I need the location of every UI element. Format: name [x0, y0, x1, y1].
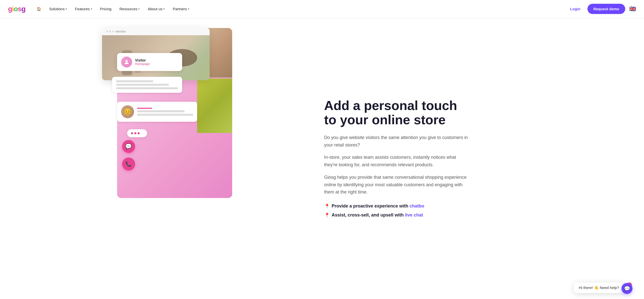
typing-dot-2	[134, 132, 136, 134]
nav-about[interactable]: About us ▾	[145, 5, 168, 13]
chat-bubble-icon[interactable]: 💬	[122, 140, 135, 153]
dot-1	[106, 30, 108, 32]
svg-point-4	[126, 60, 128, 62]
typing-dot-3	[138, 132, 140, 134]
typing-dot-1	[131, 132, 133, 134]
mockup-wrapper: 💬 📞 WebSite	[102, 28, 232, 198]
login-button[interactable]: Login	[567, 5, 583, 13]
phone-icon[interactable]: 📞	[122, 158, 135, 170]
hero-body-1: Do you give website visitors the same at…	[324, 134, 469, 149]
tab-dots	[106, 30, 114, 32]
chat-message-1	[112, 77, 182, 93]
visitor-page: Homepage	[135, 62, 150, 66]
hero-body-3: Giosg helps you provide that same conver…	[324, 174, 469, 196]
chevron-down-icon: ▾	[138, 8, 140, 10]
typing-indicator	[127, 129, 147, 137]
chevron-down-icon: ▾	[188, 8, 189, 10]
nav-links: 🏠 Solutions ▾ Features ▾ Pricing Resourc…	[34, 5, 567, 13]
visitor-avatar	[121, 56, 132, 68]
chat-open-button[interactable]: 💬	[621, 283, 632, 294]
chevron-down-icon: ▾	[163, 8, 165, 10]
hero-title: Add a personal touch to your online stor…	[324, 98, 469, 127]
visitor-info: Visitor Homepage	[135, 58, 150, 66]
main-content: 💬 📞 WebSite	[0, 18, 644, 299]
nav-right: Login Request demo 🇬🇧	[567, 4, 636, 14]
nav-pricing[interactable]: Pricing	[97, 5, 115, 13]
hero-body-2: In-store, your sales team assists custom…	[324, 154, 469, 168]
chatbot-link[interactable]: chatbo	[410, 204, 424, 208]
bullet-list: 📍 Provide a proactive experience with ch…	[324, 203, 469, 218]
logo[interactable]: giosg	[8, 5, 26, 13]
msg-line-2	[116, 84, 169, 86]
bullet-2-text: Assist, cross-sell, and upsell with live…	[332, 212, 423, 218]
website-tab-label: WebSite	[116, 30, 126, 33]
agent-avatar: 😊	[121, 105, 134, 118]
chat-popup-text: Hi there! 👋 Need help?	[579, 286, 619, 290]
pin-icon-1: 📍	[324, 203, 330, 210]
dot-2	[109, 30, 111, 32]
bullet-item-2: 📍 Assist, cross-sell, and upsell with li…	[324, 212, 469, 218]
nav-solutions[interactable]: Solutions ▾	[46, 5, 70, 13]
nav-partners[interactable]: Partners ▾	[170, 5, 192, 13]
language-flag[interactable]: 🇬🇧	[629, 6, 636, 12]
hero-illustration: 💬 📞 WebSite	[0, 18, 309, 299]
nav-resources[interactable]: Resources ▾	[116, 5, 143, 13]
msg-line-1	[116, 80, 153, 82]
agent-message-body	[137, 108, 193, 116]
message-lines	[116, 80, 178, 89]
website-card-header: WebSite	[102, 28, 210, 35]
collage-bottom-photo	[197, 78, 232, 133]
chat-popup: Hi there! 👋 Need help?	[574, 282, 624, 293]
chevron-down-icon: ▾	[66, 8, 67, 10]
chat-message-2: 😊	[117, 102, 197, 122]
agent-msg-lines	[137, 110, 193, 116]
pink-bar	[137, 108, 152, 109]
chevron-down-icon: ▾	[91, 8, 92, 10]
agent-line-1	[137, 110, 185, 112]
navbar: giosg 🏠 Solutions ▾ Features ▾ Pricing R…	[0, 0, 644, 18]
live-chat-link[interactable]: live chat	[405, 212, 423, 218]
dot-3	[112, 30, 114, 32]
bullet-item-1: 📍 Provide a proactive experience with ch…	[324, 203, 469, 210]
msg-line-3	[116, 87, 178, 89]
home-icon: 🏠	[37, 7, 41, 11]
agent-line-2	[137, 114, 193, 116]
visitor-card: Visitor Homepage	[117, 53, 182, 71]
visitor-name: Visitor	[135, 58, 150, 62]
bullet-1-text: Provide a proactive experience with chat…	[332, 203, 424, 209]
pin-icon-2: 📍	[324, 212, 330, 218]
nav-features[interactable]: Features ▾	[72, 5, 95, 13]
request-demo-button[interactable]: Request demo	[587, 4, 625, 14]
nav-home[interactable]: 🏠	[34, 5, 44, 13]
hero-content: Add a personal touch to your online stor…	[309, 18, 489, 299]
